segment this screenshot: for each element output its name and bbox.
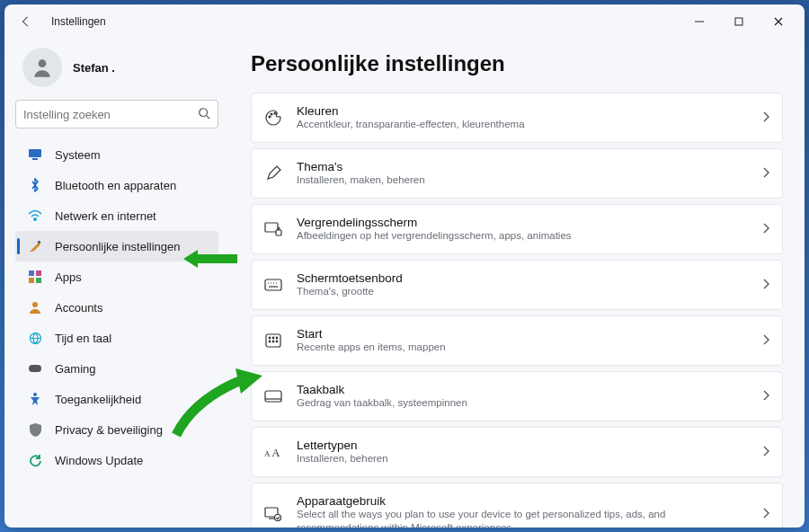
close-button[interactable] [760,8,797,35]
card-subtitle: Gedrag van taakbalk, systeempinnen [297,396,748,410]
chevron-right-icon [762,444,769,460]
wifi-icon [28,208,42,223]
svg-text:A: A [271,447,280,459]
search-input[interactable] [23,108,198,121]
svg-point-5 [200,108,208,116]
card-themes[interactable]: Thema's Installeren, maken, beheren [251,148,783,199]
card-fonts[interactable]: AA Lettertypen Installeren, beheren [251,427,783,477]
nav: Systeem Bluetooth en apparaten Netwerk e… [15,139,218,475]
sidebar: Stefan . Systeem Bluetooth en apparaten [4,39,229,528]
card-subtitle: Thema's, grootte [297,285,748,298]
chevron-right-icon [762,110,769,126]
svg-point-19 [269,116,271,118]
svg-point-32 [272,337,274,339]
sidebar-item-label: Windows Update [55,454,143,467]
svg-point-20 [271,113,272,115]
search-input-wrapper[interactable] [15,100,218,129]
svg-rect-37 [265,391,281,402]
card-title: Start [297,327,748,341]
sidebar-item-time[interactable]: Tijd en taal [15,323,218,353]
minimize-button[interactable] [680,8,718,35]
maximize-button[interactable] [720,8,758,35]
card-subtitle: Installeren, maken, beheren [297,173,748,187]
svg-rect-7 [29,149,41,157]
content-body: Stefan . Systeem Bluetooth en apparaten [4,39,805,528]
svg-point-21 [274,112,276,114]
monitor-icon [28,147,42,162]
sidebar-item-windows-update[interactable]: Windows Update [15,445,218,475]
bluetooth-icon [28,178,42,192]
start-grid-icon [264,332,282,350]
sidebar-item-label: Netwerk en internet [55,209,156,223]
sidebar-item-personalization[interactable]: Persoonlijke instellingen [15,231,218,262]
user-name: Stefan . [73,61,115,75]
card-taskbar[interactable]: Taakbalk Gedrag van taakbalk, systeempin… [251,371,783,421]
svg-point-31 [269,337,271,339]
svg-rect-1 [735,18,742,25]
globe-clock-icon [28,331,42,345]
gamepad-icon [28,361,42,376]
window-title: Instellingen [51,15,106,28]
chevron-right-icon [762,506,769,522]
svg-rect-11 [29,270,34,276]
card-title: Lettertypen [297,439,748,452]
svg-line-6 [207,115,210,119]
card-colors[interactable]: Kleuren Accentkleur, transparantie-effec… [251,93,783,143]
card-title: Vergrendelingsscherm [297,216,748,229]
sidebar-item-label: Systeem [55,148,101,162]
titlebar: Instellingen [4,4,805,39]
sidebar-item-label: Accounts [55,301,102,315]
card-touch-keyboard[interactable]: Schermtoetsenbord Thema's, grootte [251,260,783,310]
main-panel: Persoonlijke instellingen Kleuren Accent… [229,39,805,528]
svg-rect-17 [29,365,41,372]
chevron-right-icon [762,165,769,182]
card-subtitle: Recente apps en items, mappen [297,341,748,354]
avatar [22,48,62,87]
card-lockscreen[interactable]: Vergrendelingsscherm Afbeeldingen op het… [251,204,783,254]
card-device-usage[interactable]: Apparaatgebruik Select all the ways you … [251,483,783,528]
card-subtitle: Accentkleur, transparantie-effecten, kle… [297,118,748,131]
svg-point-34 [269,341,271,342]
device-check-icon [264,505,282,523]
keyboard-icon [264,276,282,294]
sidebar-item-bluetooth[interactable]: Bluetooth en apparaten [15,170,218,200]
taskbar-icon [264,387,282,405]
sidebar-item-label: Persoonlijke instellingen [55,240,180,253]
card-title: Apparaatgebruik [297,494,748,508]
sidebar-item-network[interactable]: Netwerk en internet [15,200,218,231]
page-title: Persoonlijke instellingen [251,51,783,76]
sidebar-item-label: Privacy & beveiliging [55,423,163,437]
grid-icon [28,270,42,284]
svg-rect-8 [32,158,38,160]
card-start[interactable]: Start Recente apps en items, mappen [251,315,783,366]
svg-rect-12 [36,270,41,276]
user-profile[interactable]: Stefan . [22,48,218,87]
sidebar-item-accessibility[interactable]: Toegankelijkheid [15,384,218,414]
card-subtitle: Installeren, beheren [297,452,748,466]
svg-text:A: A [264,448,271,457]
window-controls [680,8,797,35]
card-subtitle: Select all the ways you plan to use your… [297,508,748,528]
sidebar-item-privacy[interactable]: Privacy & beveiliging [15,414,218,445]
sidebar-item-label: Gaming [55,362,96,376]
sidebar-item-apps[interactable]: Apps [15,262,218,292]
sidebar-item-gaming[interactable]: Gaming [15,353,218,384]
palette-icon [264,109,282,127]
chevron-right-icon [762,221,769,237]
shield-icon [28,422,42,437]
chevron-right-icon [762,277,769,293]
card-title: Thema's [297,160,748,173]
person-icon [28,300,42,315]
svg-point-15 [32,302,38,307]
svg-point-36 [276,341,278,342]
sidebar-item-label: Bluetooth en apparaten [55,179,176,192]
pen-icon [264,164,282,182]
sidebar-item-accounts[interactable]: Accounts [15,292,218,323]
sidebar-item-system[interactable]: Systeem [15,139,218,170]
svg-rect-14 [36,278,41,283]
sidebar-item-label: Toegankelijkheid [55,393,141,406]
svg-rect-24 [265,279,281,290]
svg-point-18 [33,393,37,396]
back-button[interactable] [12,7,40,36]
settings-window: Instellingen Stefan . [4,4,805,528]
